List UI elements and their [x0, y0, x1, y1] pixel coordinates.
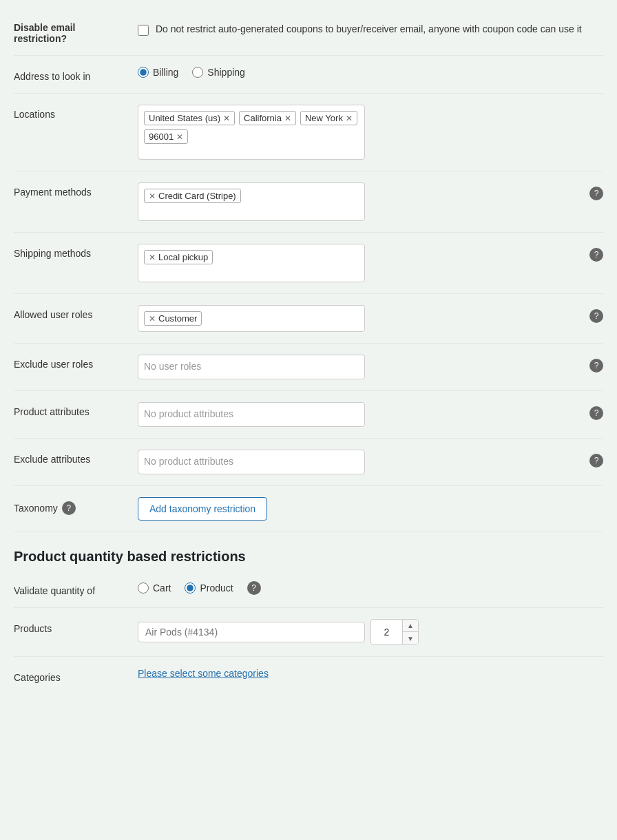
quantity-value: 2 [371, 624, 402, 640]
address-label: Address to look in [14, 67, 138, 82]
disable-email-row: Disable email restriction? Do not restri… [14, 11, 603, 56]
locations-box[interactable]: United States (us) ✕ California ✕ New Yo… [138, 105, 365, 160]
tag-california-remove[interactable]: ✕ [284, 114, 291, 123]
validate-quantity-radio-group: Cart Product ? [138, 581, 261, 595]
tag-credit-card: ✕ Credit Card (Stripe) [144, 189, 241, 203]
locations-row: Locations United States (us) ✕ Californi… [14, 94, 603, 171]
allowed-user-roles-box[interactable]: ✕ Customer [138, 305, 365, 332]
categories-label: Categories [14, 668, 138, 683]
taxonomy-label-help-icon[interactable]: ? [62, 501, 76, 515]
validate-cart-label: Cart [153, 582, 171, 594]
quantity-down-arrow[interactable]: ▼ [403, 632, 418, 644]
add-taxonomy-restriction-button[interactable]: Add taxonomy restriction [138, 497, 267, 521]
product-attributes-placeholder: No product attributes [144, 408, 233, 419]
exclude-attributes-placeholder: No product attributes [144, 456, 233, 467]
products-input[interactable] [138, 622, 365, 642]
product-attributes-label: Product attributes [14, 402, 138, 417]
address-billing-radio[interactable] [138, 67, 149, 78]
address-shipping-option[interactable]: Shipping [192, 67, 245, 78]
taxonomy-label: Taxonomy [14, 503, 58, 514]
exclude-user-roles-label: Exclude user roles [14, 355, 138, 370]
taxonomy-row: Taxonomy ? Add taxonomy restriction [14, 486, 603, 532]
exclude-user-roles-help-icon[interactable]: ? [589, 359, 603, 372]
categories-row: Categories Please select some categories [14, 657, 603, 694]
tag-newyork-remove[interactable]: ✕ [346, 114, 353, 123]
exclude-attributes-box[interactable]: No product attributes [138, 450, 365, 474]
product-attributes-row: Product attributes No product attributes… [14, 391, 603, 439]
tag-96001: 96001 ✕ [144, 129, 188, 144]
disable-email-description: Do not restrict auto-generated coupons t… [156, 22, 582, 36]
validate-cart-radio[interactable] [138, 582, 149, 594]
exclude-user-roles-box[interactable]: No user roles [138, 355, 365, 379]
tag-newyork-text: New York [305, 113, 343, 123]
section-heading-product-quantity: Product quantity based restrictions [14, 532, 603, 570]
tag-california: California ✕ [239, 111, 296, 125]
tag-local-pickup: ✕ Local pickup [144, 250, 213, 264]
validate-quantity-label: Validate quantity of [14, 581, 138, 596]
shipping-methods-label: Shipping methods [14, 244, 138, 259]
tag-newyork: New York ✕ [300, 111, 357, 125]
tag-us: United States (us) ✕ [144, 111, 235, 125]
address-billing-option[interactable]: Billing [138, 67, 178, 78]
tag-customer-text: Customer [158, 313, 197, 324]
exclude-attributes-label: Exclude attributes [14, 450, 138, 465]
exclude-attributes-help-icon[interactable]: ? [589, 454, 603, 468]
tag-local-pickup-remove[interactable]: ✕ [149, 253, 156, 262]
payment-methods-box[interactable]: ✕ Credit Card (Stripe) [138, 182, 365, 221]
shipping-methods-box[interactable]: ✕ Local pickup [138, 244, 365, 282]
shipping-methods-help-icon[interactable]: ? [589, 248, 603, 262]
quantity-arrows: ▲ ▼ [402, 620, 418, 644]
validate-product-label: Product [200, 582, 233, 594]
exclude-user-roles-row: Exclude user roles No user roles ? [14, 344, 603, 391]
shipping-methods-row: Shipping methods ✕ Local pickup ? [14, 233, 603, 294]
tag-customer-remove[interactable]: ✕ [149, 314, 156, 324]
address-row: Address to look in Billing Shipping [14, 56, 603, 94]
locations-label: Locations [14, 105, 138, 120]
allowed-user-roles-help-icon[interactable]: ? [589, 309, 603, 323]
categories-link[interactable]: Please select some categories [138, 668, 269, 679]
validate-product-radio[interactable] [185, 582, 196, 594]
payment-methods-row: Payment methods ✕ Credit Card (Stripe) ? [14, 171, 603, 233]
address-shipping-label: Shipping [207, 67, 245, 78]
address-billing-label: Billing [153, 67, 178, 78]
products-label: Products [14, 619, 138, 634]
disable-email-label: Disable email restriction? [14, 22, 131, 44]
address-radio-group: Billing Shipping [138, 67, 245, 78]
validate-quantity-row: Validate quantity of Cart Product ? [14, 570, 603, 608]
products-row: Products 2 ▲ ▼ [14, 608, 603, 657]
tag-us-text: United States (us) [149, 113, 220, 123]
allowed-user-roles-row: Allowed user roles ✕ Customer ? [14, 294, 603, 344]
disable-email-checkbox[interactable] [138, 25, 149, 36]
tag-local-pickup-text: Local pickup [158, 252, 208, 262]
product-attributes-help-icon[interactable]: ? [589, 406, 603, 420]
validate-product-option[interactable]: Product [185, 582, 233, 594]
payment-methods-help-icon[interactable]: ? [589, 187, 603, 200]
quantity-up-arrow[interactable]: ▲ [403, 620, 418, 632]
address-shipping-radio[interactable] [192, 67, 203, 78]
tag-credit-card-text: Credit Card (Stripe) [158, 191, 236, 201]
payment-methods-label: Payment methods [14, 182, 138, 198]
tag-customer: ✕ Customer [144, 311, 202, 326]
tag-us-remove[interactable]: ✕ [223, 114, 230, 123]
products-input-group: 2 ▲ ▼ [138, 619, 419, 645]
product-attributes-box[interactable]: No product attributes [138, 402, 365, 427]
tag-california-text: California [244, 113, 282, 123]
exclude-attributes-row: Exclude attributes No product attributes… [14, 439, 603, 486]
validate-quantity-help-icon[interactable]: ? [247, 581, 261, 595]
exclude-user-roles-placeholder: No user roles [144, 361, 201, 372]
quantity-stepper: 2 ▲ ▼ [370, 619, 419, 645]
allowed-user-roles-label: Allowed user roles [14, 305, 138, 320]
tag-credit-card-remove[interactable]: ✕ [149, 191, 156, 201]
validate-cart-option[interactable]: Cart [138, 582, 171, 594]
tag-96001-remove[interactable]: ✕ [176, 132, 183, 142]
tag-96001-text: 96001 [149, 132, 174, 142]
